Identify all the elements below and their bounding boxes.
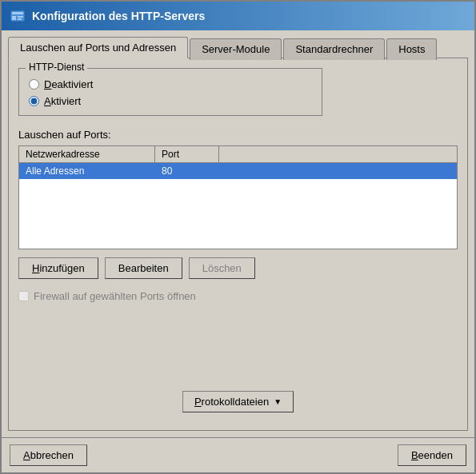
cell-address: Alle Adressen bbox=[19, 163, 155, 179]
svg-rect-1 bbox=[12, 12, 23, 14]
app-icon bbox=[10, 8, 26, 24]
tab-hosts[interactable]: Hosts bbox=[386, 38, 437, 60]
radio-deactivated-label: Deaktiviert bbox=[44, 78, 93, 90]
tab-ports[interactable]: Lauschen auf Ports und Adressen bbox=[8, 37, 188, 58]
main-panel: HTTP-Dienst Deaktiviert Aktiviert Lausch… bbox=[8, 58, 468, 431]
delete-button-label: Löschen bbox=[202, 262, 242, 274]
http-dienst-legend: HTTP-Dienst bbox=[26, 62, 87, 73]
ports-label: Lauschen auf Ports: bbox=[18, 129, 458, 141]
dropdown-arrow-icon: ▼ bbox=[274, 397, 282, 406]
http-dienst-group: HTTP-Dienst Deaktiviert Aktiviert bbox=[18, 68, 322, 116]
protokoll-label: Protokolldateien bbox=[194, 396, 269, 408]
table-body: Alle Adressen 80 bbox=[19, 163, 457, 249]
radio-group: Deaktiviert Aktiviert bbox=[29, 75, 312, 107]
protokoll-button[interactable]: Protokolldateien ▼ bbox=[182, 391, 294, 412]
svg-rect-4 bbox=[18, 18, 22, 20]
cancel-button[interactable]: Abbrechen bbox=[10, 444, 87, 466]
finish-button[interactable]: Beenden bbox=[398, 444, 466, 466]
col-header-address: Netzwerkadresse bbox=[19, 146, 155, 162]
edit-button[interactable]: Bearbeiten bbox=[105, 257, 182, 279]
cell-port: 80 bbox=[155, 163, 219, 179]
radio-deactivated-input[interactable] bbox=[29, 79, 39, 90]
svg-rect-3 bbox=[18, 16, 23, 18]
radio-deactivated[interactable]: Deaktiviert bbox=[29, 78, 312, 90]
table-row[interactable]: Alle Adressen 80 bbox=[19, 163, 457, 179]
protokoll-container: Protokolldateien ▼ bbox=[18, 391, 458, 420]
col-header-extra bbox=[219, 146, 457, 162]
table-header: Netzwerkadresse Port bbox=[19, 146, 457, 163]
radio-activated-label: Aktiviert bbox=[44, 95, 81, 107]
tab-default[interactable]: Standardrechner bbox=[283, 38, 385, 60]
col-header-port: Port bbox=[155, 146, 219, 162]
window-title: Konfiguration des HTTP-Servers bbox=[32, 10, 205, 22]
add-button-label: Hinzufügen bbox=[32, 262, 85, 274]
title-bar: Konfiguration des HTTP-Servers bbox=[2, 2, 474, 30]
delete-button[interactable]: Löschen bbox=[189, 257, 255, 279]
firewall-row: Firewall auf gewählten Ports öffnen bbox=[18, 290, 458, 302]
radio-activated-input[interactable] bbox=[29, 96, 39, 106]
add-button[interactable]: Hinzufügen bbox=[18, 257, 98, 279]
radio-activated[interactable]: Aktiviert bbox=[29, 95, 312, 107]
action-buttons: Hinzufügen Bearbeiten Löschen bbox=[18, 257, 458, 279]
window-content: Lauschen auf Ports und Adressen Server-M… bbox=[2, 30, 474, 437]
firewall-checkbox[interactable] bbox=[18, 291, 29, 301]
main-window: Konfiguration des HTTP-Servers Lauschen … bbox=[0, 0, 476, 474]
svg-rect-2 bbox=[12, 16, 16, 20]
cancel-label: Abbrechen bbox=[23, 449, 74, 461]
edit-button-label: Bearbeiten bbox=[118, 262, 169, 274]
firewall-label: Firewall auf gewählten Ports öffnen bbox=[34, 290, 196, 302]
bottom-bar: Abbrechen Beenden bbox=[2, 437, 474, 472]
finish-label: Beenden bbox=[411, 449, 453, 461]
tab-modules[interactable]: Server-Module bbox=[190, 38, 282, 60]
tab-bar: Lauschen auf Ports und Adressen Server-M… bbox=[8, 37, 468, 58]
ports-table: Netzwerkadresse Port Alle Adressen 80 bbox=[18, 145, 458, 249]
